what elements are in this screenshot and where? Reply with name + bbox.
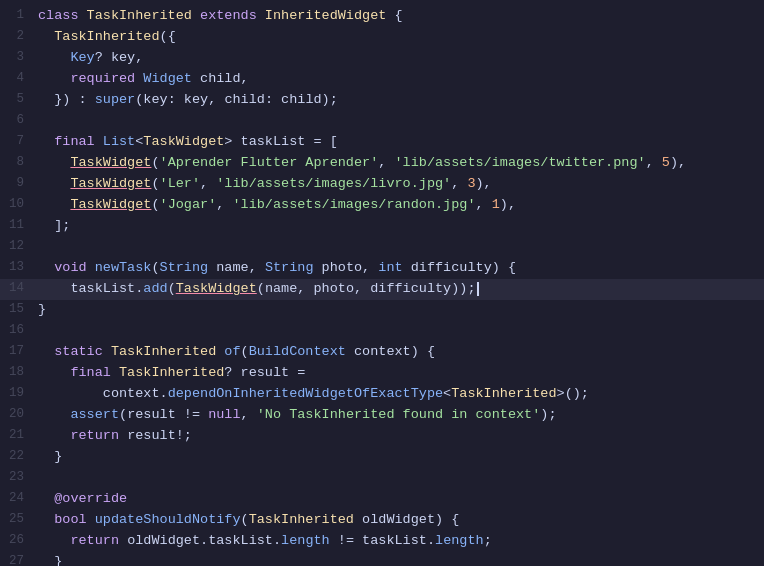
line-content-4: required Widget child, [36, 69, 764, 90]
line-22: 22 } [0, 447, 764, 468]
line-4: 4 required Widget child, [0, 69, 764, 90]
line-num-23: 23 [0, 468, 36, 487]
line-num-3: 3 [0, 48, 36, 67]
line-content-22: } [36, 447, 764, 468]
line-num-5: 5 [0, 90, 36, 109]
line-2: 2 TaskInherited({ [0, 27, 764, 48]
line-num-9: 9 [0, 174, 36, 193]
line-21: 21 return result!; [0, 426, 764, 447]
line-content-19: context.dependOnInheritedWidgetOfExactTy… [36, 384, 764, 405]
line-num-14: 14 [0, 279, 36, 298]
line-num-15: 15 [0, 300, 36, 319]
line-num-6: 6 [0, 111, 36, 130]
line-5: 5 }) : super(key: key, child: child); [0, 90, 764, 111]
line-num-16: 16 [0, 321, 36, 340]
line-num-26: 26 [0, 531, 36, 550]
line-25: 25 bool updateShouldNotify(TaskInherited… [0, 510, 764, 531]
line-content-5: }) : super(key: key, child: child); [36, 90, 764, 111]
line-num-21: 21 [0, 426, 36, 445]
line-13: 13 void newTask(String name, String phot… [0, 258, 764, 279]
line-12: 12 [0, 237, 764, 258]
line-content-17: static TaskInherited of(BuildContext con… [36, 342, 764, 363]
line-content-20: assert(result != null, 'No TaskInherited… [36, 405, 764, 426]
line-6: 6 [0, 111, 764, 132]
line-content-8: TaskWidget('Aprender Flutter Aprender', … [36, 153, 764, 174]
line-num-10: 10 [0, 195, 36, 214]
line-content-27: } [36, 552, 764, 566]
line-content-1: class TaskInherited extends InheritedWid… [36, 6, 764, 27]
line-num-24: 24 [0, 489, 36, 508]
line-26: 26 return oldWidget.taskList.length != t… [0, 531, 764, 552]
line-content-12 [36, 237, 764, 258]
line-14: 14 taskList.add(TaskWidget(name, photo, … [0, 279, 764, 300]
line-content-14: taskList.add(TaskWidget(name, photo, dif… [36, 279, 764, 300]
line-content-18: final TaskInherited? result = [36, 363, 764, 384]
line-content-7: final List<TaskWidget> taskList = [ [36, 132, 764, 153]
line-18: 18 final TaskInherited? result = [0, 363, 764, 384]
line-content-6 [36, 111, 764, 132]
line-num-22: 22 [0, 447, 36, 466]
line-19: 19 context.dependOnInheritedWidgetOfExac… [0, 384, 764, 405]
line-9: 9 TaskWidget('Ler', 'lib/assets/images/l… [0, 174, 764, 195]
line-content-26: return oldWidget.taskList.length != task… [36, 531, 764, 552]
line-content-15: } [36, 300, 764, 321]
line-content-10: TaskWidget('Jogar', 'lib/assets/images/r… [36, 195, 764, 216]
line-num-19: 19 [0, 384, 36, 403]
line-num-25: 25 [0, 510, 36, 529]
line-7: 7 final List<TaskWidget> taskList = [ [0, 132, 764, 153]
line-content-2: TaskInherited({ [36, 27, 764, 48]
line-content-24: @override [36, 489, 764, 510]
line-content-16 [36, 321, 764, 342]
line-content-9: TaskWidget('Ler', 'lib/assets/images/liv… [36, 174, 764, 195]
line-num-20: 20 [0, 405, 36, 424]
line-content-13: void newTask(String name, String photo, … [36, 258, 764, 279]
line-3: 3 Key? key, [0, 48, 764, 69]
line-1: 1 class TaskInherited extends InheritedW… [0, 6, 764, 27]
line-num-2: 2 [0, 27, 36, 46]
line-11: 11 ]; [0, 216, 764, 237]
line-27: 27 } [0, 552, 764, 566]
line-23: 23 [0, 468, 764, 489]
line-num-8: 8 [0, 153, 36, 172]
line-content-25: bool updateShouldNotify(TaskInherited ol… [36, 510, 764, 531]
code-block: 1 class TaskInherited extends InheritedW… [0, 0, 764, 566]
line-num-11: 11 [0, 216, 36, 235]
line-content-3: Key? key, [36, 48, 764, 69]
line-16: 16 [0, 321, 764, 342]
line-10: 10 TaskWidget('Jogar', 'lib/assets/image… [0, 195, 764, 216]
code-editor: 1 class TaskInherited extends InheritedW… [0, 0, 764, 566]
line-content-23 [36, 468, 764, 489]
line-num-7: 7 [0, 132, 36, 151]
line-15: 15 } [0, 300, 764, 321]
line-num-17: 17 [0, 342, 36, 361]
line-content-21: return result!; [36, 426, 764, 447]
line-num-18: 18 [0, 363, 36, 382]
line-24: 24 @override [0, 489, 764, 510]
line-num-1: 1 [0, 6, 36, 25]
line-content-11: ]; [36, 216, 764, 237]
line-20: 20 assert(result != null, 'No TaskInheri… [0, 405, 764, 426]
line-num-13: 13 [0, 258, 36, 277]
line-num-12: 12 [0, 237, 36, 256]
line-17: 17 static TaskInherited of(BuildContext … [0, 342, 764, 363]
line-8: 8 TaskWidget('Aprender Flutter Aprender'… [0, 153, 764, 174]
line-num-27: 27 [0, 552, 36, 566]
line-num-4: 4 [0, 69, 36, 88]
